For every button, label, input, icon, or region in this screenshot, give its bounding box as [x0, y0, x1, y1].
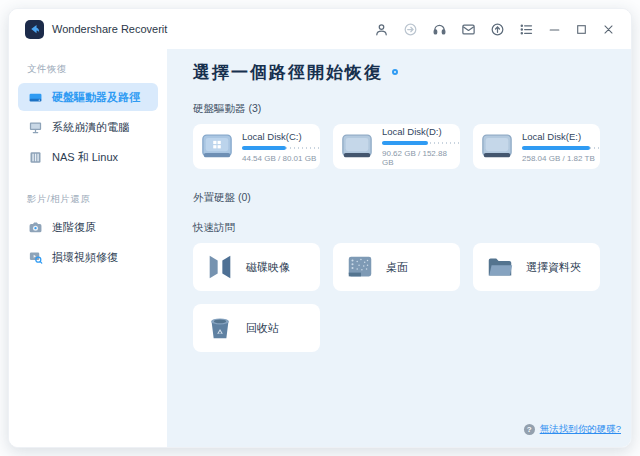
sidebar-item-hard-drives-and-locations[interactable]: 硬盤驅動器及路徑 — [18, 83, 158, 111]
minimize-icon[interactable] — [548, 23, 561, 36]
brand: Wondershare Recoverit — [25, 20, 167, 39]
mail-icon[interactable] — [461, 22, 476, 37]
drive-usage-bar — [242, 146, 320, 150]
sidebar-item-label: 系統崩潰的電腦 — [52, 120, 129, 135]
sidebar-item-label: 硬盤驅動器及路徑 — [52, 90, 140, 105]
drive-size: 90.62 GB / 152.88 GB — [382, 149, 460, 167]
sidebar-section-file-recovery: 文件恢復 — [9, 63, 167, 81]
hard-drives-list: Local Disk(C:) 44.54 GB / 80.01 GB Local… — [193, 124, 613, 169]
sidebar-item-crashed-computer[interactable]: 系統崩潰的電腦 — [18, 113, 158, 141]
disk-d-icon — [341, 133, 373, 160]
disk-c-icon — [201, 133, 233, 160]
video-repair-icon — [28, 250, 43, 265]
topbar: Wondershare Recoverit — [9, 9, 631, 49]
drive-name: Local Disk(E:) — [522, 131, 600, 142]
drive-icon — [28, 90, 43, 105]
close-icon[interactable] — [602, 23, 615, 36]
sidebar-item-advanced-recovery[interactable]: 進階復原 — [18, 213, 158, 241]
choose-folder-icon — [485, 252, 515, 282]
info-icon[interactable] — [392, 69, 398, 75]
app-title: Wondershare Recoverit — [52, 23, 167, 35]
drive-size: 258.04 GB / 1.82 TB — [522, 154, 600, 163]
tile-disk-image[interactable]: 磁碟映像 — [193, 243, 320, 291]
sidebar: 文件恢復 硬盤驅動器及路徑 系統崩潰的電腦 NAS 和 Linux 影片/相片還… — [9, 49, 167, 448]
drive-card-d[interactable]: Local Disk(D:) 90.62 GB / 152.88 GB — [333, 124, 460, 169]
desktop-icon — [345, 252, 375, 282]
sidebar-item-nas-linux[interactable]: NAS 和 Linux — [18, 143, 158, 171]
hard-drives-group-label: 硬盤驅動器 (3) — [193, 102, 613, 116]
task-list-icon[interactable] — [519, 22, 534, 37]
sidebar-item-corrupted-video-repair[interactable]: 損壞視頻修復 — [18, 243, 158, 271]
crashed-computer-icon — [28, 120, 43, 135]
tile-recycle-bin[interactable]: 回收站 — [193, 304, 320, 352]
login-icon[interactable] — [403, 22, 418, 37]
nas-icon — [28, 150, 43, 165]
app-window: Wondershare Recoverit 文件恢復 硬盤驅動器及路徑 系統崩潰… — [8, 8, 632, 448]
drive-usage-bar — [522, 146, 600, 150]
question-icon: ? — [524, 424, 535, 435]
tile-label: 回收站 — [246, 321, 279, 336]
user-icon[interactable] — [374, 22, 389, 37]
drive-name: Local Disk(D:) — [382, 126, 460, 137]
external-drives-group-label: 外置硬盤 (0) — [193, 191, 613, 205]
help-link-label: 無法找到你的硬碟? — [540, 423, 621, 436]
sidebar-section-video-photo-restore: 影片/相片還原 — [9, 193, 167, 211]
drive-card-c[interactable]: Local Disk(C:) 44.54 GB / 80.01 GB — [193, 124, 320, 169]
support-headset-icon[interactable] — [432, 22, 447, 37]
drive-name: Local Disk(C:) — [242, 131, 320, 142]
drive-size: 44.54 GB / 80.01 GB — [242, 154, 320, 163]
camera-icon — [28, 220, 43, 235]
quick-access-group-label: 快速訪問 — [193, 221, 613, 235]
tile-label: 選擇資料夾 — [526, 260, 581, 275]
sidebar-item-label: 損壞視頻修復 — [52, 250, 118, 265]
help-link[interactable]: ? 無法找到你的硬碟? — [524, 423, 621, 436]
tile-choose-folder[interactable]: 選擇資料夾 — [473, 243, 600, 291]
tile-label: 磁碟映像 — [246, 260, 290, 275]
upgrade-icon[interactable] — [490, 22, 505, 37]
drive-card-e[interactable]: Local Disk(E:) 258.04 GB / 1.82 TB — [473, 124, 600, 169]
recoverit-logo-icon — [25, 20, 44, 39]
disk-e-icon — [481, 133, 513, 160]
tile-desktop[interactable]: 桌面 — [333, 243, 460, 291]
disk-image-icon — [205, 252, 235, 282]
recycle-bin-icon — [205, 313, 235, 343]
maximize-icon[interactable] — [575, 23, 588, 36]
main-panel: 選擇一個路徑開始恢復 硬盤驅動器 (3) Local Disk(C:) 44.5… — [167, 49, 632, 448]
tile-label: 桌面 — [386, 260, 408, 275]
quick-access-list: 磁碟映像 桌面 選擇資料夾 回收站 — [193, 243, 613, 352]
topbar-icons — [374, 22, 615, 37]
drive-usage-bar — [382, 141, 460, 145]
sidebar-item-label: NAS 和 Linux — [52, 150, 118, 165]
sidebar-item-label: 進階復原 — [52, 220, 96, 235]
page-title: 選擇一個路徑開始恢復 — [193, 61, 383, 84]
